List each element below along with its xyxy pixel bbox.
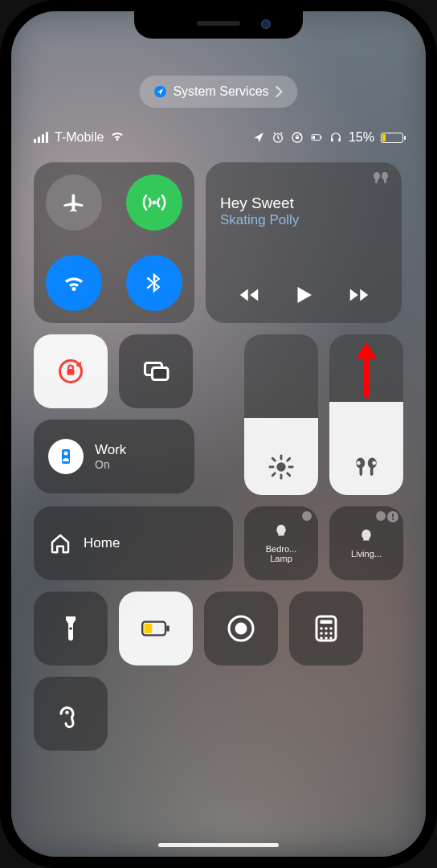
hearing-button[interactable]: [34, 677, 108, 751]
status-bar: T-Mobile 15%: [11, 130, 426, 145]
chevron-right-icon: [276, 86, 284, 97]
svg-rect-17: [153, 368, 169, 380]
svg-rect-43: [321, 620, 333, 624]
orientation-lock-toggle[interactable]: [34, 334, 108, 408]
brightness-icon: [268, 453, 295, 481]
focus-name: Work: [95, 442, 126, 458]
svg-line-28: [288, 458, 290, 461]
home-accessory-0-label: Bedro... Lamp: [266, 544, 297, 563]
connectivity-module[interactable]: [34, 162, 194, 323]
record-icon: [227, 614, 255, 643]
flashlight-button[interactable]: [34, 592, 108, 665]
notch: [134, 11, 303, 39]
svg-point-20: [276, 462, 285, 471]
battery-icon: [381, 133, 403, 143]
volume-slider[interactable]: [329, 334, 403, 495]
flashlight-icon: [56, 614, 85, 643]
svg-point-36: [69, 627, 72, 630]
svg-point-47: [320, 632, 323, 635]
device-frame: System Services T-Mobile: [0, 0, 437, 868]
svg-point-49: [329, 632, 333, 635]
lightbulb-icon: [357, 528, 375, 546]
home-accessory-1[interactable]: ! Living...: [329, 506, 403, 580]
calculator-icon: [312, 614, 341, 643]
home-accessory-0[interactable]: Bedro... Lamp: [244, 506, 318, 580]
svg-point-41: [235, 623, 247, 635]
lightbulb-icon: [272, 523, 290, 541]
home-accessory-1-label: Living...: [351, 549, 382, 559]
screen-mirroring-icon: [141, 357, 170, 386]
svg-point-48: [325, 632, 328, 635]
media-title: Hey Sweet: [220, 194, 387, 212]
svg-rect-8: [338, 138, 341, 142]
banner-label: System Services: [173, 84, 268, 99]
brightness-slider[interactable]: [244, 334, 318, 495]
svg-point-10: [374, 172, 380, 180]
screen-record-button[interactable]: [204, 592, 278, 665]
annotation-arrow: [354, 342, 378, 402]
audio-route-icon: [371, 172, 390, 185]
low-power-toggle[interactable]: [119, 592, 193, 665]
svg-rect-7: [331, 138, 333, 142]
svg-line-26: [288, 473, 290, 476]
cellular-data-toggle[interactable]: [126, 174, 182, 231]
control-center: Hey Sweet Skating Polly: [34, 162, 403, 762]
front-camera: [261, 19, 271, 29]
svg-point-45: [325, 627, 328, 630]
airpods-icon: [353, 453, 380, 481]
svg-point-19: [64, 452, 68, 456]
svg-rect-39: [166, 625, 169, 631]
cellular-signal-icon: [34, 132, 48, 143]
svg-line-25: [272, 458, 275, 461]
next-track-button[interactable]: [347, 283, 371, 307]
home-icon: [48, 531, 72, 555]
alarm-status-icon: [272, 131, 284, 144]
svg-rect-13: [384, 179, 386, 183]
status-dot-icon: [302, 511, 312, 521]
home-indicator[interactable]: [158, 843, 279, 847]
svg-point-33: [372, 461, 376, 465]
airplane-mode-toggle[interactable]: [46, 174, 102, 231]
battery-percentage: 15%: [349, 130, 374, 145]
svg-rect-6: [321, 137, 321, 139]
svg-point-50: [320, 637, 323, 640]
focus-work-icon: [56, 447, 76, 466]
svg-point-53: [65, 710, 69, 714]
calculator-button[interactable]: [289, 592, 363, 665]
carrier-name: T-Mobile: [55, 130, 104, 145]
play-button[interactable]: [292, 283, 316, 307]
orientation-lock-icon: [56, 357, 85, 386]
recent-location-banner[interactable]: System Services: [139, 76, 297, 108]
svg-point-44: [320, 627, 323, 630]
focus-button[interactable]: Work On: [34, 420, 194, 493]
svg-rect-5: [312, 136, 315, 139]
wifi-toggle[interactable]: [46, 255, 102, 311]
svg-point-9: [153, 201, 157, 205]
svg-point-52: [329, 637, 333, 640]
media-artist: Skating Polly: [220, 212, 387, 228]
media-module[interactable]: Hey Sweet Skating Polly: [206, 162, 402, 323]
bluetooth-toggle[interactable]: [126, 255, 182, 311]
wifi-status-icon: [110, 130, 125, 145]
svg-rect-12: [375, 179, 378, 183]
ear-icon: [56, 699, 85, 728]
svg-point-51: [325, 637, 328, 640]
location-arrow-icon: [153, 85, 166, 98]
battery-icon: [141, 614, 170, 643]
svg-point-30: [357, 461, 361, 465]
location-status-icon: [252, 131, 265, 144]
svg-rect-3: [296, 137, 299, 139]
volume-fill: [329, 402, 403, 495]
headphones-status-icon: [329, 131, 342, 144]
earpiece: [197, 21, 240, 26]
antenna-icon: [142, 190, 166, 215]
svg-rect-38: [145, 624, 153, 633]
previous-track-button[interactable]: [237, 283, 261, 307]
screen-mirroring-button[interactable]: [119, 334, 193, 408]
home-label: Home: [84, 535, 120, 551]
svg-point-46: [329, 627, 333, 630]
alert-dot-icon: !: [387, 511, 398, 522]
svg-line-27: [272, 473, 275, 476]
status-dot-icon: [376, 511, 386, 521]
home-button[interactable]: Home: [34, 506, 233, 580]
